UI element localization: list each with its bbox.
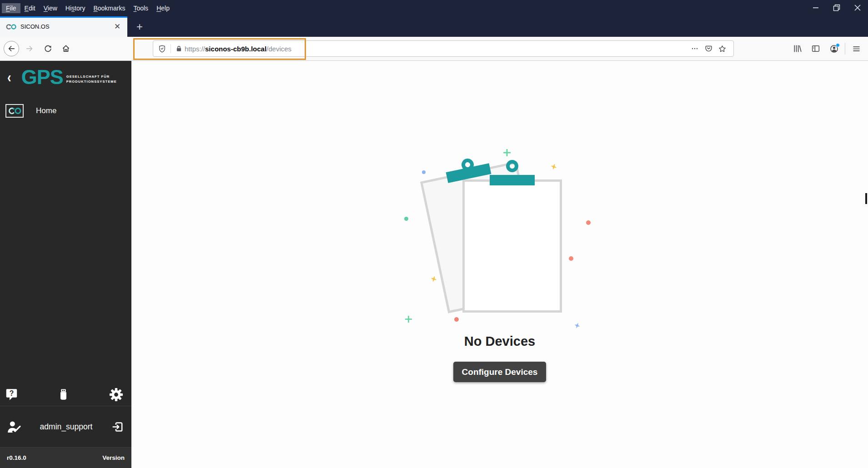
account-notification-dot	[836, 43, 840, 47]
confetti-dot	[586, 220, 591, 225]
library-icon	[793, 44, 802, 53]
username-label: admin_support	[21, 422, 111, 432]
url-text[interactable]: https://siconos-cb9b.local/devices	[185, 45, 291, 53]
title-bar: FileEditViewHistoryBookmarksToolsHelp	[0, 0, 868, 16]
url-scheme: https://	[185, 45, 205, 53]
siconos-favicon-icon	[5, 24, 16, 30]
clipboards-illustration	[404, 145, 595, 336]
bookmark-star-button[interactable]	[715, 42, 729, 55]
sidebars-button[interactable]	[807, 41, 825, 56]
star-icon	[718, 45, 727, 53]
back-button[interactable]	[4, 41, 19, 56]
clipboard-front-ring	[506, 160, 518, 172]
settings-button[interactable]	[109, 388, 123, 402]
pocket-button[interactable]	[702, 42, 715, 55]
sidebar-item-home[interactable]: Home	[0, 104, 131, 118]
sidebar-home-label: Home	[36, 106, 56, 115]
close-button[interactable]	[847, 0, 868, 15]
usb-stick-icon	[58, 388, 69, 401]
gear-icon	[109, 388, 123, 402]
confetti-dot	[454, 317, 459, 322]
toolbar-right-group	[788, 41, 868, 56]
sidebars-icon	[811, 44, 820, 53]
page-content: ‹ GPS GESELLSCHAFT FÜR PRODUKTIONSSYSTEM…	[0, 61, 868, 468]
svg-text:?: ?	[10, 389, 14, 397]
lock-icon[interactable]	[175, 45, 183, 53]
sidebar-header: ‹ GPS GESELLSCHAFT FÜR PRODUKTIONSSYSTEM…	[0, 61, 131, 87]
confetti-sparkle	[550, 163, 558, 171]
logout-icon[interactable]	[111, 420, 124, 433]
user-check-icon[interactable]	[7, 420, 21, 433]
menu-item-history[interactable]: History	[61, 3, 90, 13]
sidebar-collapse-chevron-icon[interactable]: ‹	[7, 70, 11, 85]
app-menu-button[interactable]	[847, 41, 865, 56]
menu-item-file[interactable]: File	[2, 3, 20, 13]
sidebar-spacer	[0, 118, 131, 383]
minimize-button[interactable]	[805, 0, 826, 15]
confetti-dot	[422, 170, 426, 174]
siconos-logo-icon	[5, 104, 24, 118]
clipboard-front-clip	[490, 175, 535, 185]
menu-item-help[interactable]: Help	[152, 3, 174, 13]
new-tab-button[interactable]: +	[131, 18, 148, 35]
tab-bar: SICON.OS ✕ +	[0, 16, 868, 37]
restore-icon	[832, 3, 842, 13]
close-icon	[853, 3, 863, 13]
gps-logo-subtitle: GESELLSCHAFT FÜR PRODUKTIONSSYSTEME	[66, 74, 117, 85]
tab-siconos[interactable]: SICON.OS ✕	[0, 16, 127, 37]
ellipsis-icon	[691, 45, 698, 52]
menu-item-bookmarks[interactable]: Bookmarks	[89, 3, 129, 13]
url-path: /devices	[266, 45, 291, 53]
back-arrow-icon	[7, 44, 16, 53]
home-button[interactable]	[58, 41, 74, 56]
menu-item-view[interactable]: View	[40, 3, 61, 13]
clipboard-front	[462, 179, 562, 313]
app-sidebar: ‹ GPS GESELLSCHAFT FÜR PRODUKTIONSSYSTEM…	[0, 61, 131, 468]
account-button[interactable]	[825, 41, 843, 56]
confetti-sparkle	[573, 322, 581, 329]
help-bubble-icon: ?	[5, 388, 18, 401]
version-bar: r0.16.0 Version	[0, 448, 131, 468]
reload-icon	[44, 45, 52, 53]
restore-button[interactable]	[826, 0, 847, 15]
hamburger-menu-icon	[852, 45, 861, 53]
menu-bar: FileEditViewHistoryBookmarksToolsHelp	[2, 3, 174, 14]
confetti-sparkle	[430, 275, 438, 283]
sidebar-tools-row: ?	[0, 383, 131, 406]
forward-arrow-icon	[25, 44, 34, 53]
minimize-icon	[811, 3, 821, 13]
confetti-plus	[405, 316, 412, 323]
confetti-dot	[404, 217, 408, 221]
tab-close-icon[interactable]: ✕	[112, 21, 123, 32]
url-bar[interactable]: https://siconos-cb9b.local/devices	[153, 40, 734, 57]
version-value: r0.16.0	[7, 454, 26, 461]
confetti-dot	[569, 256, 573, 261]
main-content: No Devices Configure Devices	[131, 61, 868, 468]
navigation-toolbar: https://siconos-cb9b.local/devices	[0, 37, 868, 61]
gps-logo: GPS GESELLSCHAFT FÜR PRODUKTIONSSYSTEME	[21, 68, 117, 87]
usb-device-button[interactable]	[58, 388, 69, 401]
version-label: Version	[102, 454, 125, 461]
menu-item-edit[interactable]: Edit	[20, 3, 40, 13]
pocket-icon	[704, 45, 713, 53]
page-actions-button[interactable]	[688, 42, 702, 55]
help-button[interactable]: ?	[5, 388, 18, 401]
window-controls	[805, 0, 868, 15]
gps-logo-subline2: PRODUKTIONSSYSTEME	[66, 80, 117, 84]
configure-devices-button[interactable]: Configure Devices	[453, 362, 547, 382]
tracking-shield-icon[interactable]	[158, 45, 166, 53]
home-icon	[61, 44, 70, 53]
confetti-plus	[503, 149, 511, 156]
library-button[interactable]	[788, 41, 807, 56]
active-tab-indicator	[0, 16, 127, 18]
gps-logo-subline1: GESELLSCHAFT FÜR	[66, 75, 110, 79]
scrollbar-artifact	[865, 193, 867, 204]
menu-item-tools[interactable]: Tools	[129, 3, 152, 13]
empty-state: No Devices Configure Devices	[386, 145, 613, 382]
sidebar-user-row: admin_support	[0, 406, 131, 447]
reload-button[interactable]	[40, 41, 55, 56]
gps-logo-text: GPS	[21, 68, 63, 87]
forward-button[interactable]	[22, 41, 37, 56]
url-host: siconos-cb9b.local	[205, 45, 266, 53]
toolbar-separator	[845, 43, 845, 55]
